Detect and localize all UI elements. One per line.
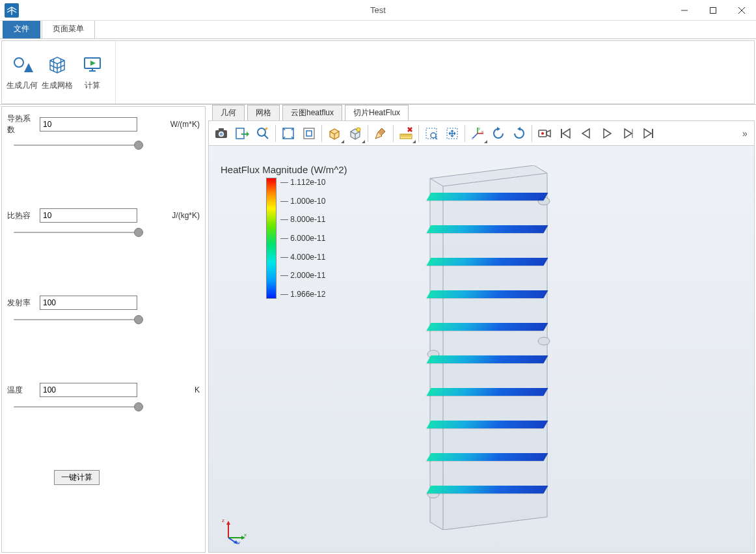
svg-marker-16 [241, 132, 249, 137]
svg-marker-6 [24, 63, 33, 72]
canvas-tab-cloud-heatflux[interactable]: 云图heatflux [282, 105, 342, 120]
one-click-calculate-button[interactable]: 一键计算 [54, 470, 100, 485]
brush-clean-button[interactable] [371, 124, 390, 143]
svg-point-5 [14, 58, 23, 67]
window-controls [670, 0, 756, 21]
svg-rect-12 [219, 128, 224, 131]
ribbon-button-generate-geometry[interactable]: 生成几何 [5, 44, 40, 101]
main-area: 导热系数 W/(m*K) 比热容 J/(kg*K) 发射率 [0, 104, 756, 554]
fit-selection-button[interactable] [299, 124, 319, 143]
titlebar: Test [0, 0, 756, 21]
ribbon: 生成几何 生成网格 计算 [1, 40, 755, 104]
svg-marker-40 [517, 127, 520, 131]
geometry-icon [11, 54, 33, 76]
axis-rotate-button[interactable]: yxz [468, 124, 487, 143]
zoom-reset-button[interactable] [253, 124, 273, 143]
menu-tab-file[interactable]: 文件 [3, 19, 40, 38]
next-frame-button[interactable] [618, 124, 638, 143]
legend-tick: 1.966e-12 [280, 290, 325, 299]
play-button[interactable] [597, 124, 617, 143]
svg-marker-58 [226, 521, 230, 525]
emissivity-slider[interactable] [14, 315, 139, 324]
field-label: 发射率 [7, 298, 37, 309]
export-arrow-button[interactable] [232, 124, 252, 143]
svg-line-31 [435, 137, 437, 139]
field-emissivity: 发射率 [7, 296, 200, 324]
toolbar-overflow-button[interactable]: » [738, 124, 751, 143]
legend-tick: 8.000e-11 [280, 215, 325, 224]
specific-heat-input[interactable] [40, 208, 137, 223]
svg-marker-39 [497, 127, 500, 131]
svg-point-22 [357, 128, 360, 132]
viewport-3d[interactable]: HeatFlux Magnitude (W/m^2) 1.112e-10 1.0… [209, 146, 754, 552]
field-label: 比热容 [7, 210, 37, 221]
menu-tabs: 文件 页面菜单 [0, 21, 756, 39]
svg-line-35 [473, 133, 478, 138]
emissivity-input[interactable] [40, 296, 137, 310]
svg-point-55 [538, 337, 550, 345]
legend-tick: 1.112e-10 [280, 178, 325, 187]
temperature-input[interactable] [40, 383, 137, 397]
svg-marker-8 [90, 61, 96, 66]
orientation-axes-icon: z x y [222, 516, 250, 544]
rotate-ccw-button[interactable] [489, 124, 508, 143]
svg-point-30 [431, 133, 436, 138]
field-unit: W/(m*K) [170, 120, 200, 129]
window-title: Test [370, 5, 386, 15]
svg-rect-21 [306, 131, 312, 136]
color-legend: HeatFlux Magnitude (W/m^2) 1.112e-10 1.0… [221, 164, 347, 299]
first-frame-button[interactable] [556, 124, 575, 143]
temperature-slider[interactable] [14, 402, 139, 411]
svg-marker-50 [644, 129, 651, 138]
ribbon-label: 计算 [85, 80, 100, 91]
close-button[interactable] [727, 0, 756, 21]
rotate-cw-button[interactable] [509, 124, 529, 143]
specific-heat-slider[interactable] [14, 228, 139, 237]
box-zoom-button[interactable] [422, 124, 441, 143]
thermal-conductivity-slider[interactable] [14, 141, 139, 150]
record-animation-button[interactable] [535, 124, 554, 143]
canvas-tab-geometry[interactable]: 几何 [212, 105, 245, 120]
svg-text:y: y [478, 126, 480, 130]
svg-text:z: z [222, 518, 224, 523]
svg-marker-45 [563, 129, 570, 138]
field-temperature: 温度 K [7, 383, 200, 411]
svg-marker-46 [582, 129, 589, 138]
menu-tab-page-menu[interactable]: 页面菜单 [42, 19, 95, 38]
svg-point-14 [220, 132, 223, 135]
ribbon-label: 生成网格 [42, 80, 73, 91]
colorbar [266, 178, 277, 299]
maximize-button[interactable] [699, 0, 727, 21]
last-frame-button[interactable] [639, 124, 658, 143]
ribbon-button-generate-mesh[interactable]: 生成网格 [40, 44, 75, 101]
thermal-conductivity-input[interactable] [40, 117, 137, 132]
minimize-button[interactable] [670, 0, 699, 21]
app-icon [4, 3, 20, 18]
isometric-view-button[interactable] [325, 124, 344, 143]
svg-text:x: x [244, 532, 247, 538]
camera-screenshot-button[interactable] [211, 124, 231, 143]
legend-tick: 6.000e-11 [280, 234, 325, 243]
ribbon-button-compute[interactable]: 计算 [75, 44, 110, 101]
canvas-tab-mesh[interactable]: 网格 [247, 105, 280, 120]
compute-icon [81, 54, 103, 76]
svg-marker-42 [547, 130, 550, 137]
canvas-frame: yxz » HeatFlux Magnitude (W/m^2) [208, 120, 755, 553]
canvas-tabs: 几何 网格 云图heatflux 切片HeatFlux [208, 106, 755, 120]
fit-to-window-button[interactable] [278, 124, 298, 143]
field-label: 导热系数 [7, 113, 37, 135]
prev-frame-button[interactable] [576, 124, 596, 143]
svg-text:x: x [481, 130, 483, 133]
transparent-view-button[interactable] [345, 124, 365, 143]
field-label: 温度 [7, 385, 37, 396]
field-unit: K [195, 385, 200, 395]
svg-marker-47 [604, 129, 611, 138]
ruler-delete-button[interactable] [396, 124, 416, 143]
field-unit: J/(kg*K) [172, 211, 200, 220]
pan-button[interactable] [442, 124, 462, 143]
svg-marker-52 [430, 165, 547, 530]
field-specific-heat: 比热容 J/(kg*K) [7, 208, 200, 237]
field-thermal-conductivity: 导热系数 W/(m*K) [7, 113, 200, 150]
legend-ticks: 1.112e-10 1.000e-10 8.000e-11 6.000e-11 … [280, 178, 325, 299]
canvas-tab-slice-heatflux[interactable]: 切片HeatFlux [345, 105, 409, 120]
